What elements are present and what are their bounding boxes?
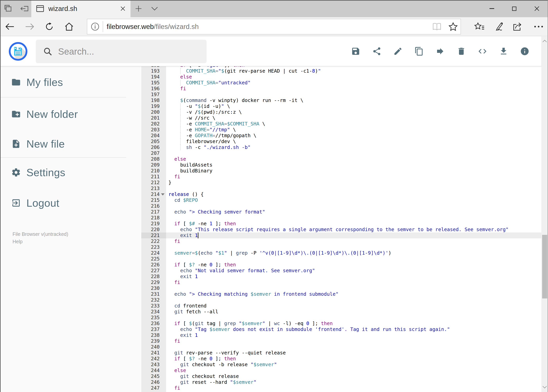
search-bar[interactable]: Search... — [36, 40, 207, 63]
close-icon — [534, 6, 539, 11]
download-button[interactable] — [499, 47, 508, 56]
folder-plus-icon — [11, 109, 21, 119]
maximize-button[interactable] — [503, 0, 526, 17]
code-icon — [478, 47, 487, 56]
help-link[interactable]: Help — [13, 238, 68, 245]
new-tab-button[interactable] — [130, 0, 147, 17]
copy-button[interactable] — [414, 47, 424, 56]
more-dots-icon — [534, 25, 543, 28]
tab-preview-chevron[interactable] — [147, 0, 162, 17]
search-placeholder: Search... — [58, 46, 94, 57]
gutter-line-number: 242 — [141, 356, 166, 362]
trash-icon — [457, 47, 466, 56]
gutter-line-number: 203 — [141, 127, 166, 133]
refresh-button[interactable] — [40, 17, 59, 36]
sidebar-item-new-file[interactable]: New file — [0, 134, 141, 153]
code-line — [166, 150, 541, 156]
code-line: cd frontend — [166, 303, 541, 309]
sidebar-item-new-folder[interactable]: New folder — [0, 105, 141, 124]
scrollbar-thumb[interactable] — [542, 235, 547, 298]
home-icon — [64, 22, 74, 31]
gutter-line-number: 223 — [141, 244, 166, 250]
code-line — [166, 91, 541, 98]
raw-code-button[interactable] — [478, 47, 487, 56]
gutter-line-number: 241 — [141, 350, 166, 356]
save-button[interactable] — [351, 47, 360, 56]
gutter-line-number: 240 — [141, 344, 166, 350]
share-button[interactable] — [372, 47, 382, 56]
gutter-line-number: 244 — [141, 368, 166, 373]
gutter-line-number: 199 — [141, 103, 166, 109]
code-line: semver=$(echo "$1" | grep -P '^v(0|[1-9]… — [166, 250, 541, 256]
logout-icon — [11, 198, 21, 208]
code-line: else — [166, 74, 541, 80]
code-line: echo "This release script requires a sin… — [166, 227, 541, 232]
code-editor[interactable]: 192 if [ -d ".git" ]; then193 COMMIT_SHA… — [141, 66, 541, 392]
gutter-line-number: 231 — [141, 291, 166, 297]
minimize-button[interactable] — [480, 0, 503, 17]
page-scrollbar[interactable] — [541, 36, 548, 392]
favorites-hub-button[interactable] — [470, 17, 489, 36]
editor-rows: 192 if [ -d ".git" ]; then193 COMMIT_SHA… — [141, 66, 541, 392]
folder-icon — [11, 77, 21, 87]
forward-button[interactable] — [20, 17, 40, 36]
app-logo[interactable] — [9, 42, 28, 61]
web-notes-button[interactable] — [489, 17, 508, 36]
share-icon — [372, 47, 382, 56]
scroll-down-button[interactable] — [541, 382, 548, 392]
scroll-up-button[interactable] — [541, 36, 548, 46]
share-page-button[interactable] — [508, 17, 527, 36]
gutter-line-number: 224 — [141, 250, 166, 256]
gutter-line-number: 212 — [141, 180, 166, 186]
code-line: cd $REPO — [166, 197, 541, 203]
close-icon — [120, 6, 126, 12]
sidebar-item-settings[interactable]: Settings — [0, 163, 141, 182]
code-line: if [ $(git tag | grep "$semver" | wc -l)… — [166, 321, 541, 326]
gear-icon — [11, 168, 21, 177]
code-line: if [ $? -ne 0 ]; then — [166, 262, 541, 268]
tab-preview-button[interactable] — [0, 0, 16, 17]
info-icon — [520, 47, 529, 56]
gutter-line-number: 225 — [141, 256, 166, 262]
gutter-line-number: 232 — [141, 297, 166, 303]
code-line: -e COMMIT_SHA=$COMMIT_SHA \ — [166, 121, 541, 127]
gutter-line-number: 208 — [141, 156, 166, 162]
settings-more-button[interactable] — [529, 17, 548, 36]
gutter-line-number: 219 — [141, 221, 166, 227]
code-line: fi — [166, 86, 541, 91]
page-icon — [36, 5, 44, 12]
rename-button[interactable] — [393, 47, 403, 56]
gutter-line-number: 228 — [141, 273, 166, 280]
set-tabs-aside-button[interactable] — [16, 0, 33, 17]
code-line: else — [166, 156, 541, 162]
code-line — [166, 256, 541, 262]
reading-view-icon[interactable] — [432, 22, 442, 31]
sidebar-item-logout[interactable]: Logout — [0, 194, 141, 212]
browser-tab[interactable]: wizard.sh — [31, 0, 131, 17]
gutter-line-number: 237 — [141, 326, 166, 332]
home-button[interactable] — [59, 17, 79, 36]
gutter-line-number: 206 — [141, 144, 166, 150]
url-bar[interactable]: filebrowser.web/files/wizard.sh — [87, 19, 461, 35]
delete-button[interactable] — [457, 47, 466, 56]
code-line: -u "$(id -u)" \ — [166, 103, 541, 109]
code-line: if [ -d ".git" ]; then — [166, 66, 541, 68]
fold-widget[interactable] — [161, 193, 165, 196]
tab-close-button[interactable] — [120, 0, 126, 17]
back-button[interactable] — [0, 17, 20, 36]
move-button[interactable] — [436, 47, 445, 56]
favorite-star-icon[interactable] — [448, 22, 458, 31]
code-line — [166, 244, 541, 250]
info-button[interactable] — [520, 47, 529, 56]
gutter-line-number: 227 — [141, 268, 166, 273]
sidebar-item-my-files[interactable]: My files — [0, 73, 141, 91]
gutter-line-number: 197 — [141, 91, 166, 98]
indent-guide — [180, 68, 180, 74]
url-path: /files/wizard.sh — [154, 23, 199, 30]
code-line: fi — [166, 385, 541, 391]
gutter-line-number: 192 — [141, 66, 166, 68]
gutter-line-number: 221 — [141, 232, 166, 238]
save-icon — [351, 47, 360, 56]
search-icon — [43, 47, 52, 56]
close-window-button[interactable] — [526, 0, 548, 17]
